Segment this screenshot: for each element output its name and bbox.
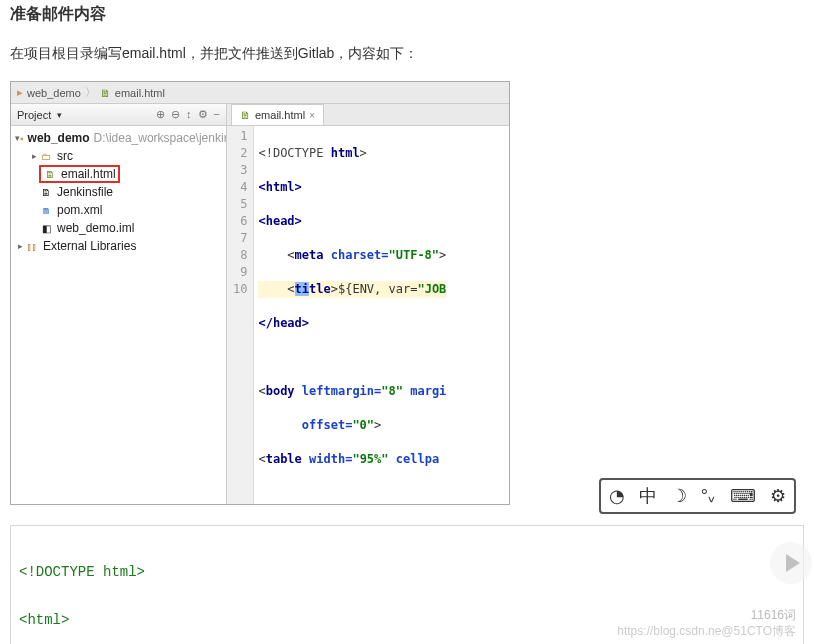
tree-label: Jenkinsfile (57, 185, 113, 199)
word-count: 11616词 (751, 607, 796, 624)
tab-label: email.html (255, 109, 305, 121)
breadcrumb: ▸ web_demo 〉 🗎 email.html (11, 82, 509, 104)
library-icon: ⫿⫿ (25, 239, 39, 253)
ide-screenshot: ▸ web_demo 〉 🗎 email.html Project ▾ ⊕ ⊖ … (10, 81, 510, 505)
code-editor[interactable]: 12345678910 <!DOCTYPE html> <html> <head… (227, 126, 509, 504)
floating-toolbar[interactable]: ◔ 中 ☽ °ᵥ ⌨ ⚙ (599, 478, 796, 514)
expand-icon[interactable]: ↕ (186, 108, 192, 121)
project-toolbar: Project ▾ ⊕ ⊖ ↕ ⚙ − (11, 104, 226, 126)
tree-path: D:\idea_workspace\jenkins (94, 131, 226, 145)
tree-label: web_demo (28, 131, 90, 145)
tree-label: email.html (61, 167, 116, 181)
tree-label: pom.xml (57, 203, 102, 217)
tree-label: src (57, 149, 73, 163)
editor-tabbar: 🗎 email.html × (227, 104, 509, 126)
maven-icon: m (39, 203, 53, 217)
html-file-icon: 🗎 (240, 109, 251, 121)
temperature-icon[interactable]: °ᵥ (701, 485, 716, 507)
tree-file-pom[interactable]: m pom.xml (11, 201, 226, 219)
dropdown-icon[interactable]: ▾ (57, 110, 62, 120)
line-gutter: 12345678910 (227, 126, 254, 504)
section-title: 准备邮件内容 (0, 0, 814, 29)
expand-icon[interactable]: ▸ (15, 241, 25, 251)
settings-icon[interactable]: ⚙ (198, 108, 208, 121)
editor-tab[interactable]: 🗎 email.html × (231, 104, 324, 125)
file-icon: 🗎 (39, 185, 53, 199)
html-file-icon: 🗎 (43, 167, 57, 181)
module-icon: ▪ (20, 131, 24, 145)
play-button[interactable] (770, 542, 812, 584)
close-icon[interactable]: × (309, 110, 315, 121)
project-panel-label[interactable]: Project (17, 109, 51, 121)
file-icon: ◧ (39, 221, 53, 235)
tree-file-iml[interactable]: ◧ web_demo.iml (11, 219, 226, 237)
highlighted-file: 🗎 email.html (39, 165, 120, 183)
tree-external-libs[interactable]: ▸ ⫿⫿ External Libraries (11, 237, 226, 255)
code-content[interactable]: <!DOCTYPE html> <html> <head> <meta char… (254, 126, 450, 504)
section-description: 在项目根目录编写email.html，并把文件推送到Gitlab，内容如下： (0, 29, 814, 81)
tree-label: web_demo.iml (57, 221, 134, 235)
tree-file-email[interactable]: 🗎 email.html (11, 165, 226, 183)
tree-folder-src[interactable]: ▸ 🗀 src (11, 147, 226, 165)
project-tree[interactable]: ▾ ▪ web_demo D:\idea_workspace\jenkins ▸… (11, 126, 226, 258)
hide-icon[interactable]: − (214, 108, 220, 121)
gear-icon[interactable]: ⚙ (770, 485, 786, 507)
tree-file-jenkinsfile[interactable]: 🗎 Jenkinsfile (11, 183, 226, 201)
breadcrumb-project[interactable]: web_demo (27, 87, 81, 99)
gauge-icon[interactable]: ◔ (609, 485, 625, 507)
folder-icon: 🗀 (39, 149, 53, 163)
tree-label: External Libraries (43, 239, 136, 253)
chevron-right-icon: 〉 (85, 85, 96, 100)
moon-icon[interactable]: ☽ (671, 485, 687, 507)
folder-icon: ▸ (17, 86, 23, 99)
locate-icon[interactable]: ⊖ (171, 108, 180, 121)
ime-icon[interactable]: 中 (639, 484, 657, 508)
collapse-icon[interactable]: ⊕ (156, 108, 165, 121)
file-icon: 🗎 (100, 87, 111, 99)
tree-root[interactable]: ▾ ▪ web_demo D:\idea_workspace\jenkins (11, 129, 226, 147)
breadcrumb-file[interactable]: email.html (115, 87, 165, 99)
watermark: https://blog.csdn.ne@51CTO博客 (617, 623, 796, 640)
expand-icon[interactable]: ▸ (29, 151, 39, 161)
keyboard-icon[interactable]: ⌨ (730, 485, 756, 507)
project-panel: Project ▾ ⊕ ⊖ ↕ ⚙ − ▾ ▪ web_demo D:\idea… (11, 104, 227, 504)
